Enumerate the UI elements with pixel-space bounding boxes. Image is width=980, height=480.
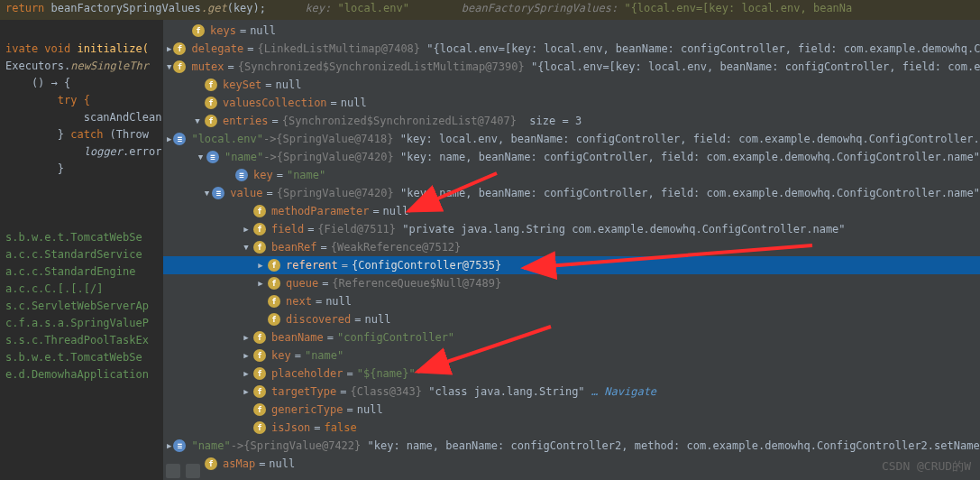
tree-row-selected[interactable]: ▶freferent={ConfigController@7535} (163, 256, 980, 274)
field-icon: f (268, 313, 280, 326)
watermark-text: CSDN @CRUD的W (882, 458, 971, 475)
expand-icon[interactable]: ▶ (167, 437, 171, 455)
tree-row[interactable]: fvaluesCollection=null (163, 94, 980, 112)
tree-row[interactable]: fmethodParameter=null (163, 202, 980, 220)
tree-row[interactable]: ▼≡"name" -> {SpringValue@7420} "key: nam… (163, 148, 980, 166)
list-icon: ≡ (173, 439, 186, 452)
editor-pane[interactable]: ivate void initialize( Executors.newSing… (0, 20, 163, 480)
tree-row[interactable]: ▶≡"name" -> {SpringValue@7422} "key: nam… (163, 437, 980, 455)
tree-row[interactable]: ▼fbeanRef={WeakReference@7512} (163, 238, 980, 256)
expand-icon[interactable]: ▶ (255, 256, 266, 274)
field-icon: f (253, 385, 266, 398)
field-icon: f (253, 223, 266, 235)
tool-icon[interactable] (166, 464, 180, 478)
navigate-link[interactable]: … Navigate (591, 383, 656, 401)
tree-row[interactable]: ▼fentries={Synchronized$SynchronizedList… (163, 112, 980, 130)
tree-row[interactable]: ▶fplaceholder="${name}" (163, 365, 980, 383)
tree-row[interactable]: ▶fkey="name" (163, 346, 980, 365)
tree-row[interactable]: ▶≡"local.env" -> {SpringValue@7418} "key… (163, 130, 980, 148)
collapse-icon[interactable]: ▼ (167, 58, 171, 76)
list-icon: ≡ (173, 133, 186, 145)
field-icon: f (173, 42, 186, 55)
tree-row[interactable]: fisJson=false (163, 419, 980, 437)
tree-row[interactable]: fdiscovered=null (163, 310, 980, 328)
tree-row[interactable]: ▶fqueue={ReferenceQueue$Null@7489} (163, 274, 980, 292)
tree-row[interactable]: ▶ffield={Field@7511} "private java.lang.… (163, 220, 980, 238)
tree-row[interactable]: fkeySet=null (163, 76, 980, 94)
collapse-icon[interactable]: ▼ (241, 238, 252, 256)
expand-icon[interactable]: ▶ (241, 365, 252, 383)
field-icon: f (253, 421, 266, 434)
field-icon: f (192, 24, 205, 37)
tool-icon[interactable] (186, 464, 200, 478)
field-icon: f (205, 115, 217, 127)
collapse-icon[interactable]: ▼ (197, 148, 205, 166)
field-icon: f (253, 241, 266, 254)
expand-icon[interactable]: ▶ (241, 383, 252, 401)
field-icon: f (205, 457, 217, 470)
toolbar-icons (166, 464, 200, 478)
tree-row[interactable]: ▶fdelegate={LinkedListMultimap@7408} "{l… (163, 40, 980, 58)
expand-icon[interactable]: ▶ (167, 130, 171, 148)
field-icon: f (173, 60, 186, 73)
collapse-icon[interactable]: ▼ (192, 112, 203, 130)
list-icon: ≡ (212, 187, 224, 199)
field-icon: f (268, 277, 280, 290)
field-icon: f (253, 403, 266, 416)
list-icon: ≡ (206, 151, 219, 163)
debugger-variables-pane[interactable]: fkeys=null ▶fdelegate={LinkedListMultima… (163, 20, 980, 480)
tree-row[interactable]: fkeys=null (163, 22, 980, 40)
evaluation-bar: return beanFactorySpringValues.get(key);… (0, 0, 980, 20)
list-icon: ≡ (235, 169, 248, 181)
field-icon: f (253, 367, 266, 380)
expand-icon[interactable]: ▶ (255, 274, 266, 292)
field-icon: f (268, 295, 280, 308)
field-icon: f (205, 78, 217, 91)
field-icon: f (253, 331, 266, 344)
tree-row[interactable]: ≡key="name" (163, 166, 980, 184)
field-icon: f (268, 259, 280, 272)
field-icon: f (253, 349, 266, 362)
expand-icon[interactable]: ▶ (241, 220, 252, 238)
expand-icon[interactable]: ▶ (241, 346, 252, 365)
field-icon: f (253, 205, 266, 217)
tree-row[interactable]: fnext=null (163, 292, 980, 310)
tree-row[interactable]: ▶ftargetType={Class@343} "class java.lan… (163, 383, 980, 401)
tree-row[interactable]: ▼fmutex={Synchronized$SynchronizedListMu… (163, 58, 980, 76)
tree-row[interactable]: ▶fbeanName="configController" (163, 328, 980, 346)
tree-row[interactable]: fasMap=null (163, 455, 980, 473)
tree-row[interactable]: ▼≡value={SpringValue@7420} "key: name, b… (163, 184, 980, 202)
collapse-icon[interactable]: ▼ (204, 184, 211, 202)
return-keyword: return (5, 2, 44, 14)
tree-row[interactable]: fgenericType=null (163, 401, 980, 419)
expand-icon[interactable]: ▶ (241, 328, 252, 346)
field-icon: f (205, 97, 217, 109)
expand-icon[interactable]: ▶ (167, 40, 171, 58)
